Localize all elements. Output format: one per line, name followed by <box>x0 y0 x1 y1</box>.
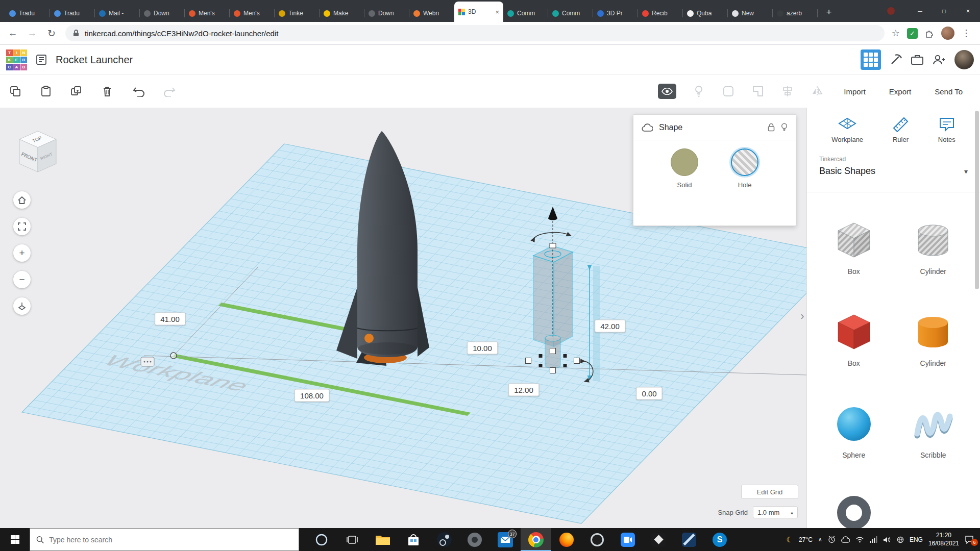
green-extension-icon[interactable]: ✓ <box>907 28 918 39</box>
shape-item-partial[interactable] <box>837 496 871 528</box>
url-omnibox[interactable]: tinkercad.com/things/cCE3HiNw2dO-rocket-… <box>65 25 885 41</box>
3d-viewport[interactable]: Workplane <box>0 108 806 528</box>
lightbulb-button[interactable] <box>692 84 706 98</box>
tray-expand-icon[interactable]: ∧ <box>818 536 822 543</box>
browser-tab[interactable]: Men's <box>230 5 275 22</box>
window-minimize-button[interactable]: ─ <box>908 0 932 22</box>
edit-grid-button[interactable]: Edit Grid <box>741 485 798 499</box>
show-all-button[interactable] <box>658 84 676 99</box>
dimension-label[interactable]: 42.00 <box>595 320 625 333</box>
copy-button[interactable] <box>8 84 22 98</box>
tinkercad-logo[interactable]: TINKERCAD <box>6 49 27 70</box>
cortana-button[interactable] <box>306 528 337 551</box>
browser-menu-icon[interactable]: ⋮ <box>962 28 971 39</box>
tray-wifi-icon[interactable] <box>855 536 864 543</box>
browser-tab[interactable]: Quba <box>683 5 728 22</box>
delete-button[interactable] <box>100 84 114 98</box>
task-view-button[interactable] <box>337 528 368 551</box>
ruler-tool[interactable]: Ruler <box>892 117 909 143</box>
view-cube[interactable]: TOP FRONT RIGHT <box>10 124 65 179</box>
window-maximize-button[interactable]: □ <box>932 0 956 22</box>
duplicate-button[interactable] <box>69 84 84 98</box>
align-button[interactable] <box>780 84 795 98</box>
tray-cellular-icon[interactable] <box>870 536 877 543</box>
browser-tab[interactable]: Make <box>320 5 364 22</box>
briefcase-icon[interactable] <box>911 54 924 66</box>
browser-tab[interactable]: Tradu <box>5 5 50 22</box>
dark-circle-app-button[interactable] <box>582 528 612 551</box>
sidebar-scrollbar[interactable] <box>975 110 979 526</box>
browser-tab[interactable]: Comm <box>548 5 593 22</box>
new-tab-button[interactable]: + <box>822 5 836 19</box>
browser-tab[interactable]: Tinke <box>275 5 320 22</box>
browser-tab[interactable]: azerb <box>773 5 818 22</box>
shape-item-hole-cylinder[interactable]: Cylinder <box>911 220 955 276</box>
snap-grid-select[interactable]: 1.0 mm ▴ <box>753 506 798 518</box>
tray-cloud-icon[interactable] <box>841 536 850 543</box>
user-avatar[interactable] <box>954 50 974 69</box>
ruler-widget[interactable] <box>141 357 154 366</box>
dark-square-app-button[interactable] <box>643 528 674 551</box>
solid-option[interactable]: Solid <box>671 148 698 189</box>
browser-tab[interactable]: 3D Pr <box>593 5 638 22</box>
design-title[interactable]: Rocket Launcher <box>56 54 133 66</box>
browser-tab[interactable]: Men's <box>185 5 230 22</box>
zoom-in-button[interactable]: + <box>13 244 31 262</box>
window-close-button[interactable]: × <box>956 0 980 22</box>
browser-tab[interactable]: Tradu <box>50 5 95 22</box>
weather-moon-icon[interactable]: ☾ <box>787 535 793 544</box>
scale-handle[interactable] <box>550 348 556 354</box>
browser-tab[interactable]: 3D× <box>454 2 503 22</box>
notes-tool[interactable]: Notes <box>938 117 955 143</box>
mail-button[interactable]: 37 <box>490 528 521 551</box>
fit-view-button[interactable] <box>13 218 31 235</box>
home-view-button[interactable] <box>13 191 31 209</box>
firefox-button[interactable] <box>551 528 582 551</box>
import-button[interactable]: Import <box>840 84 870 99</box>
send-to-button[interactable]: Send To <box>930 84 967 99</box>
back-button[interactable]: ← <box>4 24 21 42</box>
browser-tab[interactable]: Down <box>364 5 409 22</box>
app-button[interactable] <box>459 528 490 551</box>
ungroup-button[interactable] <box>751 84 765 98</box>
tray-network-icon[interactable] <box>897 536 904 543</box>
forward-button[interactable]: → <box>23 24 41 42</box>
shape-item-orange-cylinder[interactable]: Cylinder <box>911 312 955 367</box>
taskbar-search[interactable] <box>30 528 299 551</box>
tab-close-icon[interactable]: × <box>495 8 499 16</box>
shape-item-sphere[interactable]: Sphere <box>832 404 876 459</box>
clock[interactable]: 21:20 16/08/2021 <box>928 532 959 547</box>
scrollbar-thumb[interactable] <box>975 111 979 289</box>
dimension-label[interactable]: 12.00 <box>508 384 539 396</box>
invite-person-icon[interactable] <box>932 54 946 66</box>
hole-option[interactable]: Hole <box>731 148 758 189</box>
blocks-view-button[interactable] <box>861 49 881 70</box>
tray-volume-icon[interactable] <box>883 536 891 543</box>
ruler-origin-marker[interactable] <box>170 353 177 359</box>
shape-item-red-box[interactable]: Box <box>832 312 876 367</box>
orthographic-view-button[interactable] <box>13 297 31 315</box>
reload-button[interactable]: ↻ <box>43 24 60 42</box>
mirror-button[interactable] <box>810 84 824 98</box>
start-button[interactable] <box>0 528 30 551</box>
file-explorer-button[interactable] <box>368 528 398 551</box>
skype-button[interactable]: S <box>704 528 735 551</box>
blue-square-app-button[interactable] <box>674 528 704 551</box>
scale-handle[interactable] <box>550 243 556 248</box>
temperature-label[interactable]: 27°C <box>799 536 813 543</box>
search-input[interactable] <box>49 536 292 544</box>
browser-tab[interactable]: Mail - <box>95 5 140 22</box>
zoom-out-button[interactable]: − <box>13 271 31 288</box>
chrome-button[interactable] <box>521 528 551 551</box>
microsoft-store-button[interactable] <box>398 528 429 551</box>
dimension-label[interactable]: 10.00 <box>467 342 498 355</box>
scale-handle[interactable] <box>574 358 580 364</box>
bookmark-star-icon[interactable]: ☆ <box>892 28 900 39</box>
puzzle-extension-icon[interactable] <box>925 29 934 38</box>
browser-tab[interactable]: New <box>728 5 773 22</box>
tray-clock-icon[interactable] <box>828 536 836 543</box>
group-button[interactable] <box>721 84 736 98</box>
browser-tab[interactable]: Webn <box>409 5 454 22</box>
dimension-label[interactable]: 41.00 <box>155 313 185 325</box>
edge-handle[interactable] <box>539 354 543 358</box>
